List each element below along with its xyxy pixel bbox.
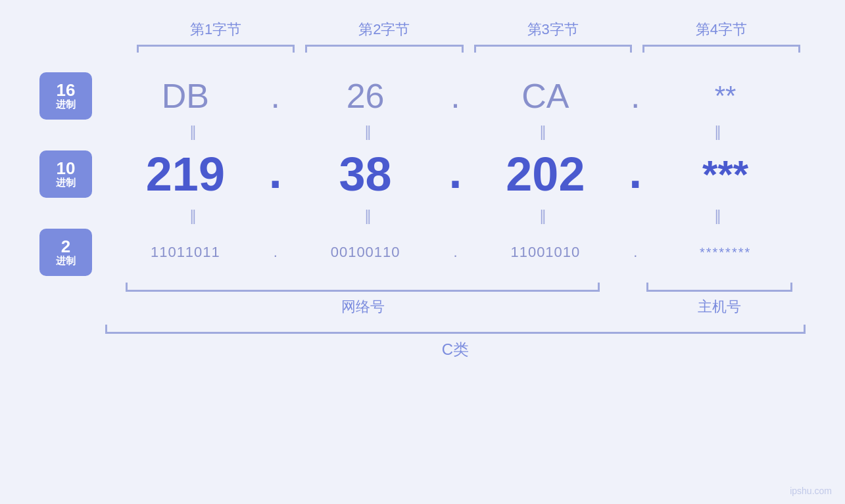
class-bracket [105,325,806,334]
binary-val-1: 11011011 [105,244,266,261]
hex-val-1: DB [105,76,266,116]
binary-dot-2: . [446,244,466,261]
binary-row: 2 进制 11011011 . 00100110 . 11001010 . **… [39,229,806,276]
network-label: 网络号 [341,297,385,317]
decimal-row: 10 进制 219 . 38 . 202 . *** [39,145,806,204]
hex-val-2: 26 [285,76,446,116]
binary-val-4: ******** [645,245,806,260]
binary-dot-3: . [625,244,645,261]
host-label: 主机号 [698,297,741,317]
byte3-header: 第3字节 [469,20,637,39]
byte1-bracket [137,45,295,53]
decimal-val-1: 219 [105,147,266,201]
decimal-dot-1: . [266,145,285,204]
decimal-label: 10 进制 [39,150,92,198]
equals-row-2: ‖ ‖ ‖ ‖ [39,208,806,225]
hex-row: 16 进制 DB . 26 . CA . ** [39,72,806,120]
decimal-label-unit: 进制 [56,177,76,189]
binary-label-num: 2 [61,238,70,255]
byte4-header: 第4字节 [637,20,806,39]
decimal-val-2: 38 [285,147,446,201]
binary-val-3: 11001010 [466,244,626,261]
hex-dot-2: . [446,76,466,116]
network-bracket [126,283,600,292]
equals-row-1: ‖ ‖ ‖ ‖ [39,124,806,141]
decimal-val-3: 202 [466,147,626,201]
byte3-bracket [474,45,632,53]
hex-dot-3: . [625,76,645,116]
binary-dot-1: . [266,244,285,261]
hex-val-4: ** [645,80,806,112]
hex-dot-1: . [266,76,285,116]
decimal-dot-3: . [625,145,645,204]
hex-label: 16 进制 [39,72,92,120]
hex-label-unit: 进制 [56,99,76,110]
hex-label-num: 16 [57,81,76,99]
decimal-label-num: 10 [57,160,76,177]
byte2-bracket [305,45,463,53]
watermark: ipshu.com [790,486,832,496]
class-label: C类 [442,339,469,360]
byte4-bracket [642,45,800,53]
hex-val-3: CA [466,76,626,116]
host-bracket [646,283,792,292]
decimal-dot-2: . [446,145,466,204]
byte2-header: 第2字节 [300,20,468,39]
byte1-header: 第1字节 [132,20,300,39]
binary-val-2: 00100110 [285,244,446,261]
binary-label: 2 进制 [39,229,92,276]
decimal-val-4: *** [645,152,806,197]
binary-label-unit: 进制 [56,255,76,267]
